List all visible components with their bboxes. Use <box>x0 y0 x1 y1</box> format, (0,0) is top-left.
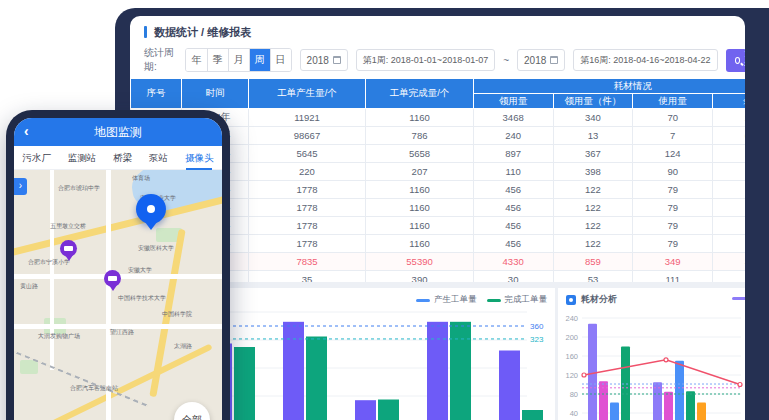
table-cell: 122 <box>553 199 633 217</box>
tab-污水厂[interactable]: 污水厂 <box>22 146 51 170</box>
segment-季[interactable]: 季 <box>207 49 228 71</box>
segment-周[interactable]: 周 <box>249 49 270 71</box>
table-cell: 3468 <box>473 109 553 127</box>
bar-generated <box>427 322 448 420</box>
table-cell: 207 <box>366 163 473 181</box>
period-label: 统计周期: <box>144 46 177 74</box>
table-cell: 140 <box>713 271 745 283</box>
legend-dash <box>416 299 430 302</box>
year-start-select[interactable]: 2018 <box>300 49 348 71</box>
table-cell: 67 <box>713 235 745 253</box>
breadcrumb-text: 数据统计 / 维修报表 <box>154 25 251 40</box>
bar-completed <box>234 347 255 420</box>
selected-camera-pin[interactable] <box>136 194 166 224</box>
legend-item: 完成工单量 <box>487 294 548 306</box>
calendar-icon <box>333 56 341 64</box>
table-cell: 67 <box>713 217 745 235</box>
phone-header: ‹ 地图监测 <box>14 118 222 146</box>
consumable-bar <box>675 361 684 420</box>
back-icon[interactable]: ‹ <box>24 123 29 139</box>
report-table-head: 序号时间工单产生量/个工单完成量/个耗材情况领用量领用量（件）使用量余量 <box>131 79 746 109</box>
bar-completed <box>306 337 327 420</box>
table-cell: 240 <box>473 127 553 145</box>
map-label: 望江西路 <box>110 328 134 337</box>
search-icon <box>735 57 741 64</box>
legend-label: 完成工单量 <box>505 294 548 306</box>
segment-日[interactable]: 日 <box>270 49 291 71</box>
table-cell: 456 <box>473 235 553 253</box>
workorder-chart-legend: 产生工单量完成工单量 <box>416 294 547 306</box>
year-end-select[interactable]: 2018 <box>517 49 565 71</box>
consumable-bar <box>621 347 630 420</box>
table-cell: 98667 <box>248 127 366 145</box>
camera-pin[interactable] <box>104 270 121 287</box>
table-cell: 340 <box>553 109 633 127</box>
phone-screen: ‹ 地图监测 污水厂监测站桥梁泵站摄像头 体育场合肥市琥珀中学安徽农业大学五里墩… <box>14 118 222 420</box>
bar-completed <box>522 410 543 420</box>
table-cell: 122 <box>553 235 633 253</box>
bar-completed <box>378 400 399 420</box>
table-cell: 35 <box>248 271 366 283</box>
table-cell: 390 <box>366 271 473 283</box>
group-column-header: 耗材情况 <box>473 79 745 94</box>
reference-label: 360 <box>530 322 544 331</box>
column-header: 时间 <box>182 79 249 109</box>
tab-摄像头[interactable]: 摄像头 <box>185 146 214 170</box>
table-cell: 7 <box>633 127 713 145</box>
bar-generated <box>283 322 304 420</box>
map-view[interactable]: 体育场合肥市琥珀中学安徽农业大学五里墩立交桥安徽医科大学合肥市宁溪小学安徽大学黄… <box>14 170 222 420</box>
table-cell: 897 <box>473 145 553 163</box>
column-header: 序号 <box>131 79 182 109</box>
y-tick-label: 240 <box>565 314 578 323</box>
tab-泵站[interactable]: 泵站 <box>149 146 168 170</box>
sub-column-header: 使用量 <box>633 94 713 109</box>
calendar-icon <box>550 56 558 64</box>
table-cell: 5658 <box>366 145 473 163</box>
y-tick-label: 200 <box>565 333 578 342</box>
map-label: 中国科学技术大学 <box>118 294 166 303</box>
tab-监测站[interactable]: 监测站 <box>68 146 97 170</box>
table-cell: 1160 <box>366 109 473 127</box>
phone-mockup: ‹ 地图监测 污水厂监测站桥梁泵站摄像头 体育场合肥市琥珀中学安徽农业大学五里墩… <box>6 110 230 420</box>
legend-dash <box>487 299 501 302</box>
table-cell: 1160 <box>366 217 473 235</box>
y-tick-label: 120 <box>565 371 578 380</box>
week-start-input[interactable]: 第1周: 2018-01-01~2018-01-07 <box>356 49 495 71</box>
expand-panel-button[interactable]: › <box>14 178 27 195</box>
table-cell: 13 <box>553 127 633 145</box>
table-cell: 53 <box>553 271 633 283</box>
bar-generated <box>355 400 376 420</box>
table-cell: 1778 <box>248 217 366 235</box>
phone-title: 地图监测 <box>94 124 142 141</box>
column-header: 工单产生量/个 <box>248 79 366 109</box>
y-tick-label: 80 <box>570 390 578 399</box>
table-cell: 1778 <box>248 235 366 253</box>
table-cell: 330 <box>713 253 745 271</box>
trend-point <box>664 358 668 362</box>
table-cell: 1778 <box>248 199 366 217</box>
sub-column-header: 领用量 <box>473 94 553 109</box>
tab-桥梁[interactable]: 桥梁 <box>113 146 132 170</box>
camera-pin[interactable] <box>60 240 77 257</box>
map-label: 中国科学院 <box>162 310 192 319</box>
legend-item: 产生工单量 <box>416 294 477 306</box>
show-all-button[interactable]: 全部 <box>174 402 210 420</box>
table-cell: 124 <box>633 145 713 163</box>
table-cell: 19 <box>713 163 745 181</box>
search-button[interactable]: 查询 <box>726 49 745 72</box>
table-cell: 111 <box>633 271 713 283</box>
map-railway <box>14 345 149 407</box>
table-cell: 367 <box>553 145 633 163</box>
table-cell: 690 <box>713 127 745 145</box>
table-cell: 79 <box>633 235 713 253</box>
search-button-label: 查询 <box>744 46 745 74</box>
map-label: 五里墩立交桥 <box>50 222 86 231</box>
consumables-chart-title: 耗材分析 <box>581 293 617 306</box>
map-label: 合肥市琥珀中学 <box>58 184 100 193</box>
table-cell: 5645 <box>248 145 366 163</box>
segment-月[interactable]: 月 <box>228 49 249 71</box>
segment-年[interactable]: 年 <box>186 49 207 71</box>
column-header: 工单完成量/个 <box>366 79 473 109</box>
week-end-input[interactable]: 第16周: 2018-04-16~2018-04-22 <box>573 49 717 71</box>
table-cell: 7835 <box>248 253 366 271</box>
